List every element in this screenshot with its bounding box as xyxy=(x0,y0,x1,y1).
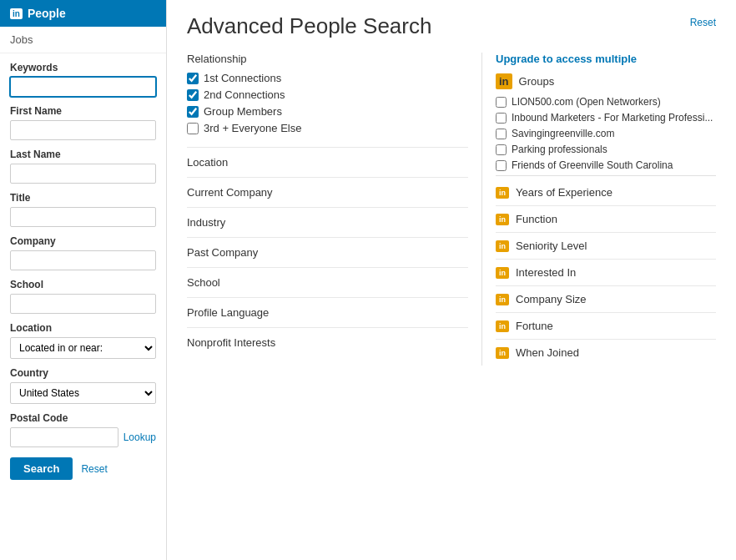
group-friends-label: Friends of Greenville South Carolina xyxy=(512,159,673,171)
interested-in-item[interactable]: in Interested In xyxy=(496,260,716,286)
postal-code-group: Postal Code Lookup xyxy=(10,412,156,447)
function-label: Function xyxy=(516,213,557,225)
company-size-label: Company Size xyxy=(516,293,587,305)
in-logo-sidebar: in xyxy=(10,8,23,19)
when-joined-badge: in xyxy=(496,347,509,359)
nonprofit-interests-section-label: Nonprofit Interests xyxy=(187,336,275,349)
main-header: Advanced People Search Reset xyxy=(187,13,716,39)
sidebar-item-jobs[interactable]: Jobs xyxy=(0,27,166,53)
sidebar-jobs-label: Jobs xyxy=(10,33,33,46)
group-parking-checkbox[interactable] xyxy=(496,144,507,155)
checkbox-group-members: Group Members xyxy=(187,105,468,118)
keywords-label: Keywords xyxy=(10,62,156,73)
sidebar-people-header: in People xyxy=(0,0,166,27)
profile-language-section-label: Profile Language xyxy=(187,306,269,319)
checkbox-2nd-connections-input[interactable] xyxy=(187,89,199,101)
relationship-section: Relationship 1st Connections 2nd Connect… xyxy=(187,53,468,148)
company-group: Company xyxy=(10,235,156,270)
group-saving-row: Savingingreenville.com xyxy=(496,128,716,139)
current-company-section-label: Current Company xyxy=(187,186,273,199)
first-name-group: First Name xyxy=(10,105,156,140)
checkbox-group-members-input[interactable] xyxy=(187,106,199,118)
postal-code-label: Postal Code xyxy=(10,412,156,424)
group-inbound-row: Inbound Marketers - For Marketing Profes… xyxy=(496,112,716,124)
page-title: Advanced People Search xyxy=(187,13,431,39)
sidebar-form: Keywords First Name Last Name Title Comp… xyxy=(0,53,166,488)
school-input[interactable] xyxy=(10,294,156,314)
group-lion500-label: LION500.com (Open Networkers) xyxy=(512,96,661,108)
relationship-label: Relationship xyxy=(187,53,468,65)
sidebar: in People Jobs Keywords First Name Last … xyxy=(0,0,167,560)
company-input[interactable] xyxy=(10,250,156,270)
group-inbound-checkbox[interactable] xyxy=(496,113,507,124)
search-button[interactable]: Search xyxy=(10,457,73,480)
group-saving-label: Savingingreenville.com xyxy=(512,128,614,139)
seniority-level-badge: in xyxy=(496,240,509,252)
country-label: Country xyxy=(10,367,156,379)
groups-header: in Groups xyxy=(496,73,716,89)
search-btn-row: Search Reset xyxy=(10,457,156,480)
group-friends-checkbox[interactable] xyxy=(496,160,507,171)
group-inbound-label: Inbound Marketers - For Marketing Profes… xyxy=(512,112,713,124)
location-select[interactable]: Located in or near: xyxy=(10,337,156,359)
school-label: School xyxy=(10,279,156,290)
first-name-input[interactable] xyxy=(10,120,156,140)
group-parking-row: Parking professionals xyxy=(496,144,716,155)
reset-link-sidebar[interactable]: Reset xyxy=(81,463,107,475)
fortune-label: Fortune xyxy=(516,320,553,332)
groups-header-label: Groups xyxy=(519,75,555,88)
first-name-label: First Name xyxy=(10,105,156,117)
left-column: Relationship 1st Connections 2nd Connect… xyxy=(187,53,482,366)
years-of-experience-label: Years of Experience xyxy=(516,186,612,199)
years-of-experience-item[interactable]: in Years of Experience xyxy=(496,179,716,206)
industry-section-row: Industry xyxy=(187,208,468,238)
years-of-experience-badge: in xyxy=(496,187,509,199)
past-company-section-label: Past Company xyxy=(187,246,258,259)
school-section-label: School xyxy=(187,276,220,289)
search-columns: Relationship 1st Connections 2nd Connect… xyxy=(187,53,716,366)
divider-groups-premium xyxy=(496,175,716,176)
checkbox-1st-connections-input[interactable] xyxy=(187,73,199,84)
group-parking-label: Parking professionals xyxy=(512,144,607,155)
sidebar-people-label: People xyxy=(28,7,66,20)
function-item[interactable]: in Function xyxy=(496,206,716,233)
last-name-group: Last Name xyxy=(10,149,156,184)
fortune-item[interactable]: in Fortune xyxy=(496,313,716,340)
nonprofit-interests-section-row: Nonprofit Interests xyxy=(187,328,468,357)
group-saving-checkbox[interactable] xyxy=(496,129,507,139)
profile-language-section-row: Profile Language xyxy=(187,298,468,328)
past-company-section-row: Past Company xyxy=(187,238,468,268)
when-joined-item[interactable]: in When Joined xyxy=(496,340,716,366)
company-size-item[interactable]: in Company Size xyxy=(496,286,716,313)
checkbox-3rd-everyone-input[interactable] xyxy=(187,123,199,134)
label-3rd-everyone: 3rd + Everyone Else xyxy=(204,122,301,134)
function-badge: in xyxy=(496,214,509,225)
country-select[interactable]: United States xyxy=(10,382,156,404)
title-input[interactable] xyxy=(10,207,156,227)
groups-section: in Groups LION500.com (Open Networkers) … xyxy=(496,73,716,171)
interested-in-label: Interested In xyxy=(516,266,576,279)
upgrade-link[interactable]: Upgrade to access multiple xyxy=(496,53,637,65)
seniority-level-item[interactable]: in Seniority Level xyxy=(496,233,716,260)
lookup-link[interactable]: Lookup xyxy=(124,431,156,443)
interested-in-badge: in xyxy=(496,267,509,279)
postal-code-input[interactable] xyxy=(10,427,118,447)
school-section-row: School xyxy=(187,268,468,298)
upgrade-section: Upgrade to access multiple xyxy=(496,53,716,65)
reset-top-link[interactable]: Reset xyxy=(690,13,716,28)
location-label: Location xyxy=(10,322,156,334)
last-name-input[interactable] xyxy=(10,164,156,184)
label-2nd-connections: 2nd Connections xyxy=(204,88,285,101)
when-joined-label: When Joined xyxy=(516,346,579,359)
location-section-label: Location xyxy=(187,156,228,169)
keywords-group: Keywords xyxy=(10,62,156,97)
last-name-label: Last Name xyxy=(10,149,156,160)
label-group-members: Group Members xyxy=(204,105,282,118)
location-section-row: Location xyxy=(187,148,468,178)
label-1st-connections: 1st Connections xyxy=(204,72,281,84)
group-lion500-checkbox[interactable] xyxy=(496,97,507,108)
checkbox-3rd-everyone: 3rd + Everyone Else xyxy=(187,122,468,134)
group-friends-row: Friends of Greenville South Carolina xyxy=(496,159,716,171)
keywords-input[interactable] xyxy=(10,77,156,97)
industry-section-label: Industry xyxy=(187,216,225,229)
